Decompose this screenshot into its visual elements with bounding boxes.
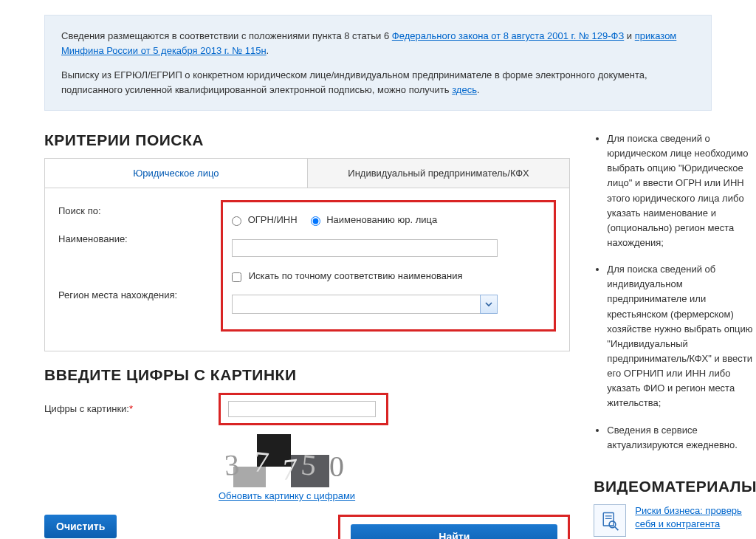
info-text: и bbox=[627, 30, 635, 41]
required-asterisk: * bbox=[129, 403, 133, 414]
info-line-2: Выписку из ЕГРЮЛ/ЕГРИП о конкретном юрид… bbox=[61, 68, 695, 97]
highlighted-search-fields: ОГРН/ИНН Наименованию юр. лица Ис bbox=[221, 200, 556, 332]
clear-button[interactable]: Очистить bbox=[44, 515, 117, 538]
law-link[interactable]: Федерального закона от 8 августа 2001 г.… bbox=[392, 30, 624, 41]
captcha-label: Цифры с картинки:* bbox=[44, 393, 219, 501]
region-select[interactable] bbox=[232, 295, 498, 314]
captcha-image: 3 7 7 5 0 bbox=[219, 434, 359, 487]
video-link[interactable]: Риски бизнеса: проверь себя и контрагент… bbox=[635, 504, 756, 531]
svg-line-4 bbox=[615, 527, 618, 530]
video-heading: ВИДЕОМАТЕРИАЛЫ bbox=[594, 478, 756, 495]
help-item: Для поиска сведений об индивидуальном пр… bbox=[607, 262, 756, 411]
captcha-digit: 0 bbox=[329, 449, 344, 484]
search-form-panel: Поиск по: Наименование: Регион места нах… bbox=[44, 188, 570, 351]
captcha-input[interactable] bbox=[228, 401, 376, 417]
video-item: Риски бизнеса: проверь себя и контрагент… bbox=[594, 504, 756, 537]
search-by-label: Поиск по: bbox=[58, 205, 221, 216]
info-line-1: Сведения размещаются в соответствии с по… bbox=[61, 29, 695, 58]
radio-ogrn-inn-label: ОГРН/ИНН bbox=[248, 214, 298, 225]
info-text: . bbox=[477, 84, 480, 95]
region-label: Регион места нахождения: bbox=[58, 289, 221, 301]
info-text: Выписку из ЕГРЮЛ/ЕГРИП о конкретном юрид… bbox=[61, 69, 647, 95]
highlighted-captcha-input bbox=[219, 393, 388, 425]
here-link[interactable]: здесь bbox=[452, 84, 477, 95]
region-select-body[interactable] bbox=[232, 295, 480, 314]
help-list: Для поиска сведений о юридическом лице н… bbox=[594, 131, 756, 453]
captcha-refresh-link[interactable]: Обновить картинку с цифрами bbox=[219, 490, 388, 501]
tab-legal-entity[interactable]: Юридическое лицо bbox=[45, 159, 308, 188]
highlighted-find-button: Найти bbox=[338, 515, 570, 539]
exact-match-checkbox[interactable]: Искать по точному соответствию наименова… bbox=[232, 270, 463, 281]
magnifier-document-icon bbox=[594, 504, 626, 537]
captcha-heading: ВВЕДИТЕ ЦИФРЫ С КАРТИНКИ bbox=[44, 366, 570, 384]
svg-rect-0 bbox=[604, 512, 614, 526]
name-input[interactable] bbox=[232, 239, 498, 257]
info-text: . bbox=[267, 45, 269, 56]
radio-by-name[interactable]: Наименованию юр. лица bbox=[311, 214, 438, 225]
chevron-down-icon bbox=[485, 301, 492, 308]
region-select-dropdown-button[interactable] bbox=[480, 295, 498, 314]
radio-by-name-label: Наименованию юр. лица bbox=[326, 214, 437, 225]
info-box: Сведения размещаются в соответствии с по… bbox=[44, 15, 712, 111]
entity-type-tabs: Юридическое лицо Индивидуальный предприн… bbox=[44, 158, 570, 188]
criteria-heading: КРИТЕРИИ ПОИСКА bbox=[44, 131, 570, 149]
radio-ogrn-inn[interactable]: ОГРН/ИНН bbox=[232, 214, 298, 225]
exact-match-checkbox-input[interactable] bbox=[232, 272, 241, 282]
help-item: Для поиска сведений о юридическом лице н… bbox=[607, 131, 756, 250]
radio-by-name-input[interactable] bbox=[311, 216, 320, 226]
name-label: Наименование: bbox=[58, 233, 221, 244]
captcha-digit: 3 bbox=[223, 447, 240, 482]
exact-match-label: Искать по точному соответствию наименова… bbox=[249, 270, 463, 281]
svg-point-3 bbox=[609, 521, 616, 528]
help-item: Сведения в сервисе актуализируются ежедн… bbox=[607, 423, 756, 453]
find-button[interactable]: Найти bbox=[351, 524, 557, 539]
info-text: Сведения размещаются в соответствии с по… bbox=[61, 30, 392, 41]
radio-ogrn-inn-input[interactable] bbox=[232, 216, 241, 226]
captcha-digit: 7 bbox=[252, 444, 271, 480]
tab-individual-entrepreneur[interactable]: Индивидуальный предприниматель/КФХ bbox=[308, 159, 570, 188]
